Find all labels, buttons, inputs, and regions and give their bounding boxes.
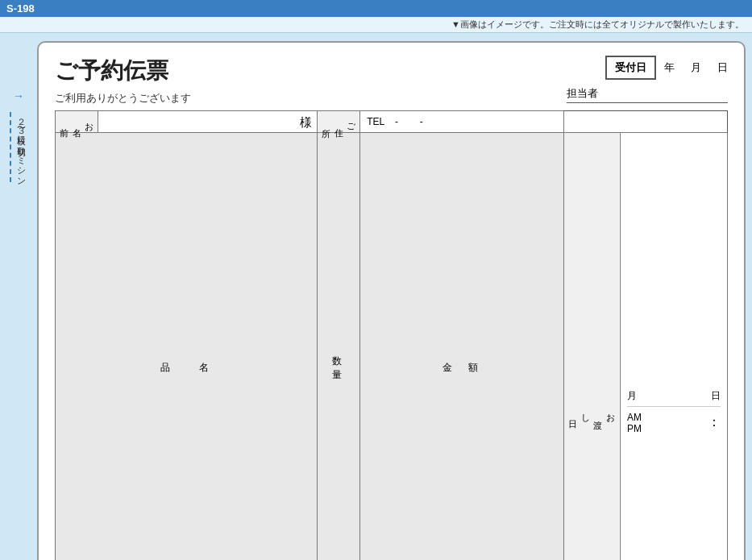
am-label: AM <box>627 412 642 423</box>
day-label: 日 <box>717 60 728 75</box>
tel-cell: TEL - - <box>360 111 564 133</box>
form-table: お 名 前 様 ご 住 所 TEL - - 品 名 <box>55 110 728 560</box>
name-field[interactable]: 様 <box>98 111 318 133</box>
pm-label: PM <box>627 423 642 434</box>
arrow-icon: → <box>13 89 24 102</box>
address-label: ご 住 所 <box>317 111 359 133</box>
form-header: ご予約伝票 ご利用ありがとうございます 受付日 年 月 日 担当者 <box>55 56 728 106</box>
form-container: SAMPLE ご予約伝票 ご利用ありがとうございます 受付日 年 月 日 担当者 <box>37 41 746 560</box>
top-notice: ▼画像はイメージです。ご注文時には全てオリジナルで製作いたします。 <box>0 17 752 33</box>
month-label: 月 <box>691 60 701 75</box>
form-subtitle: ご利用ありがとうございます <box>55 91 191 106</box>
tantousha-row: 担当者 <box>567 86 728 103</box>
col-quantity-header: 数 量 <box>317 133 359 561</box>
sidebar-label: ２〜３枚目に切取りミシン <box>10 112 27 182</box>
col-amount-header: 金 額 <box>360 133 564 561</box>
delivery-label-cell: お 渡 し 日 <box>563 133 620 561</box>
name-row: お 名 前 様 ご 住 所 TEL - - <box>56 111 728 133</box>
name-label: お 名 前 <box>56 111 98 133</box>
product-id: S-198 <box>6 2 35 15</box>
top-bar: S-198 <box>0 0 752 17</box>
delivery-month: 月 <box>627 389 637 403</box>
uketsuketa-box: 受付日 <box>605 56 656 80</box>
header-right: 受付日 年 月 日 担当者 <box>567 56 728 103</box>
uketsuketa-row: 受付日 年 月 日 <box>605 56 728 80</box>
year-label: 年 <box>664 60 675 75</box>
left-sidebar: → ２〜３枚目に切取りミシン <box>6 41 31 560</box>
delivery-info-cell: 月 日 AM PM ： <box>621 133 728 561</box>
col-product-header: 品 名 <box>56 133 318 561</box>
form-title: ご予約伝票 <box>55 56 191 86</box>
delivery-day: 日 <box>711 389 721 403</box>
time-colon: ： <box>708 414 721 431</box>
main-area: → ２〜３枚目に切取りミシン SAMPLE ご予約伝票 ご利用ありがとうございま… <box>0 33 752 560</box>
date-fields: 年 月 日 <box>664 60 728 75</box>
column-header-row: 品 名 数 量 金 額 お 渡 し 日 月 日 <box>56 133 728 561</box>
